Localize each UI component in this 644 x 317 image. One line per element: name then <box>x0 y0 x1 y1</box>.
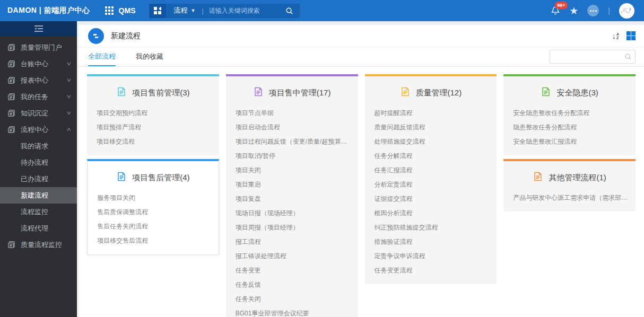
search-scope-dropdown[interactable]: 流程 ▼ <box>166 6 202 15</box>
sidebar-subitem-4[interactable]: 流程监控 <box>0 204 77 220</box>
sort-icon[interactable]: ↓AZ <box>612 32 619 40</box>
ledger-icon <box>7 109 15 117</box>
sidebar-subitem-5[interactable]: 流程代理 <box>0 220 77 236</box>
brand-logo[interactable]: DAMON | 前端用户中心 <box>7 6 90 15</box>
card-header[interactable]: 项目售中管理(17) <box>226 76 358 106</box>
process-link[interactable]: 项目启动会流程 <box>226 120 358 135</box>
process-link[interactable]: 安全隐患整改任务分配流程 <box>503 106 636 120</box>
sidebar-item-label: 质量管理门户 <box>21 43 71 52</box>
card-column-1: 项目售中管理(17)项目节点单据项目启动会流程项目过程问题反馈（变更/质量/超预… <box>226 74 358 317</box>
tab-0[interactable]: 全部流程 <box>88 47 116 66</box>
process-link[interactable]: 隐患整改任务分配流程 <box>503 120 636 135</box>
sidebar-item-label: 报表中心 <box>21 76 67 85</box>
chevron-down-icon: ˅ <box>67 61 71 67</box>
process-link[interactable]: 项目交期预约流程 <box>87 106 219 120</box>
process-link[interactable]: 项目移交售后流程 <box>88 234 219 248</box>
search-icon[interactable] <box>285 7 293 15</box>
chevron-down-icon: ˅ <box>67 110 71 116</box>
user-avatar[interactable] <box>619 3 634 19</box>
card-title: 其他管理流程(1) <box>549 173 606 183</box>
sidebar-item-1[interactable]: 台账中心˅ <box>0 56 77 72</box>
process-link[interactable]: 质量问题反馈流程 <box>365 120 497 135</box>
filter-search-icon[interactable] <box>624 53 632 60</box>
process-link[interactable]: 证据提交流程 <box>365 192 497 206</box>
ledger-icon <box>7 76 15 84</box>
grid-view-icon[interactable] <box>626 31 636 40</box>
process-link[interactable]: 项目取消/暂停 <box>226 149 358 163</box>
chevron-down-icon: ˅ <box>67 77 71 83</box>
process-link[interactable]: 任务汇报流程 <box>365 163 497 178</box>
sidebar-item-0[interactable]: 质量管理门户 <box>0 39 77 56</box>
sidebar-item-label: 我的任务 <box>21 92 67 102</box>
card-header[interactable]: 质量管理(12) <box>365 76 497 106</box>
ledger-icon <box>7 93 15 101</box>
process-link[interactable]: 项目过程问题反馈（变更/质量/超预算三合一流程） <box>226 135 358 149</box>
sidebar-subitem-3[interactable]: 新建流程 <box>0 187 77 204</box>
process-link[interactable]: 分析定责流程 <box>365 178 497 192</box>
process-link[interactable]: 安全隐患整改汇报流程 <box>503 135 636 149</box>
card-header[interactable]: 项目售前管理(3) <box>87 76 219 106</box>
card-filter-input[interactable] <box>550 50 636 64</box>
sidebar-collapse-button[interactable] <box>0 21 77 36</box>
card-header[interactable]: 安全隐患(3) <box>503 76 636 106</box>
process-link[interactable]: 项目节点单据 <box>226 106 358 120</box>
card-title: 项目售后管理(4) <box>132 173 189 183</box>
page-icon <box>88 28 104 44</box>
process-link[interactable]: 项目预排产流程 <box>87 120 219 135</box>
search-category-icon[interactable] <box>149 4 166 18</box>
card-header[interactable]: 其他管理流程(1) <box>503 161 636 191</box>
chevron-down-icon: ˅ <box>67 94 71 100</box>
process-link[interactable]: 任务关闭 <box>226 292 358 306</box>
process-link[interactable]: 服务项目关闭 <box>88 191 219 205</box>
app-launcher-icon[interactable] <box>105 6 114 15</box>
process-category-card: 项目售中管理(17)项目节点单据项目启动会流程项目过程问题反馈（变更/质量/超预… <box>226 74 358 317</box>
card-header[interactable]: 项目售后管理(4) <box>88 161 219 191</box>
sidebar-subitem-0[interactable]: 我的请求 <box>0 138 77 154</box>
sidebar-item-6[interactable]: 质量流程监控 <box>0 236 77 253</box>
global-search-input[interactable]: 请输入关键词搜索 <box>204 6 283 15</box>
card-filter-search <box>550 50 636 64</box>
sidebar-subitem-1[interactable]: 待办流程 <box>0 154 77 171</box>
sidebar-item-3[interactable]: 我的任务˅ <box>0 89 77 105</box>
sidebar-item-4[interactable]: 知识沉淀˅ <box>0 105 77 121</box>
chevron-up-icon: ˄ <box>67 127 71 133</box>
process-link[interactable]: 纠正预防措施提交流程 <box>365 221 497 235</box>
process-link[interactable]: 项目复盘 <box>226 192 358 206</box>
process-link[interactable]: 措施验证流程 <box>365 235 497 249</box>
card-title: 质量管理(12) <box>416 88 462 98</box>
process-link[interactable]: 任务变更流程 <box>365 263 497 278</box>
page-layout: 质量管理门户台账中心˅报表中心˅我的任务˅知识沉淀˅流程中心˄我的请求待办流程已… <box>0 21 644 317</box>
more-options-icon[interactable] <box>587 5 599 16</box>
process-link[interactable]: 定责争议申诉流程 <box>365 249 497 263</box>
process-link[interactable]: 项目周报（项目经理） <box>226 221 358 235</box>
sidebar-item-2[interactable]: 报表中心˅ <box>0 72 77 89</box>
process-link[interactable]: 任务变更 <box>226 263 358 278</box>
process-link[interactable]: 项目移交流程 <box>87 135 219 149</box>
process-link[interactable]: 报工错误处理流程 <box>226 249 358 263</box>
main-area: 新建流程 ↓AZ 全部流程我的收藏 项目售前管理(3)项目交期预约流程项目预排产… <box>77 21 644 317</box>
process-category-card: 项目售前管理(3)项目交期预约流程项目预排产流程项目移交流程 <box>87 74 219 155</box>
process-link[interactable]: 售后质保调整流程 <box>88 205 219 219</box>
process-link[interactable]: BG01事业部管理会议纪要 <box>226 306 358 317</box>
process-link[interactable]: 报工流程 <box>226 235 358 249</box>
card-column-0: 项目售前管理(3)项目交期预约流程项目预排产流程项目移交流程项目售后管理(4)服… <box>87 74 219 255</box>
process-link[interactable]: 任务分解流程 <box>365 149 497 163</box>
process-link[interactable]: 任务反馈 <box>226 278 358 292</box>
process-link[interactable]: 超时提醒流程 <box>365 106 497 120</box>
process-link[interactable]: 产品与研发中心派工需求申请（需求部门发起） <box>503 191 636 205</box>
document-icon <box>400 86 411 99</box>
favorites-star-icon[interactable]: ★ <box>569 6 578 16</box>
document-icon <box>116 86 127 99</box>
process-link[interactable]: 项目重启 <box>226 178 358 192</box>
process-link[interactable]: 售后任务关闭流程 <box>88 219 219 234</box>
notifications-bell-icon[interactable]: 99+ <box>551 6 560 15</box>
process-link[interactable]: 根因分析流程 <box>365 206 497 221</box>
sidebar-item-5[interactable]: 流程中心˄ <box>0 121 77 138</box>
process-link[interactable]: 现场日报（现场经理） <box>226 206 358 221</box>
tab-1[interactable]: 我的收藏 <box>136 47 163 66</box>
sidebar-subitem-2[interactable]: 已办流程 <box>0 171 77 187</box>
process-link[interactable]: 项目关闭 <box>226 163 358 178</box>
process-category-card: 项目售后管理(4)服务项目关闭售后质保调整流程售后任务关闭流程项目移交售后流程 <box>87 159 219 255</box>
process-link[interactable]: 处理措施提交流程 <box>365 135 497 149</box>
app-name[interactable]: QMS <box>119 6 136 15</box>
